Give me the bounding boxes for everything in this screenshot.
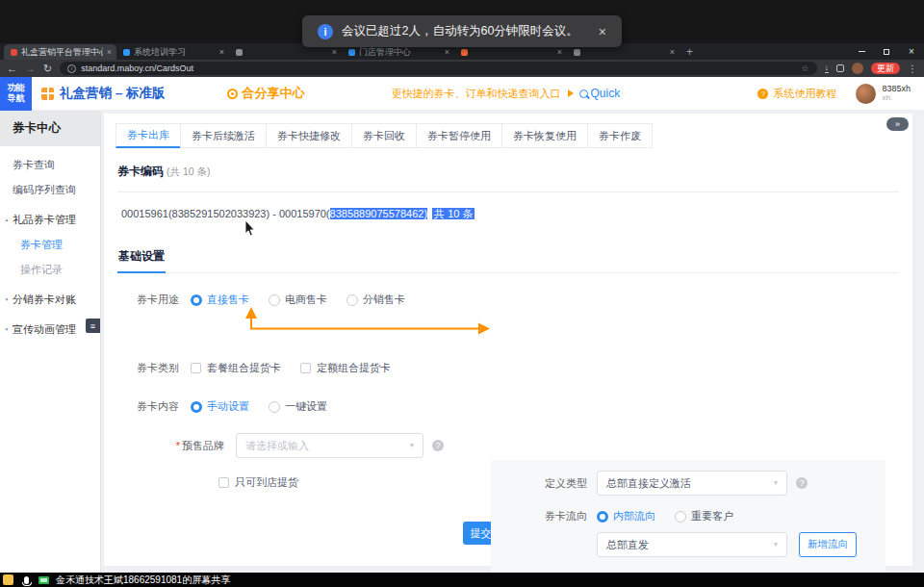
radio-onekey-setup[interactable]: 一键设置 — [269, 399, 327, 414]
quick-link[interactable]: Quick — [591, 87, 621, 100]
sidebar-item-code-seq[interactable]: 编码序列查询 — [0, 177, 100, 202]
required-star: * — [176, 440, 180, 451]
code-plain: 00015961(8385291502033923) - 00015970( — [121, 208, 330, 219]
select-define-type[interactable]: 总部直接定义激活 ▼ — [597, 471, 787, 496]
extensions-icon[interactable] — [836, 64, 844, 72]
tab-card-void[interactable]: 券卡作废 — [587, 123, 653, 148]
sidebar-group-distribution[interactable]: ▼ 分销券卡对账 — [0, 287, 100, 312]
app-header: 功能 导航 礼盒营销 – 标准版 合分享中心 更快捷的券卡、订单和快递查询入口 … — [0, 77, 924, 111]
screen-share-text: 金禾通技术王斌18662591081的屏幕共享 — [56, 574, 230, 587]
flow-select-row: 总部直发 ▼ 新增流向 — [499, 532, 886, 557]
category-row: 券卡类别 套餐组合提货卡 定额组合提货卡 — [123, 361, 912, 375]
select-value: 总部直发 — [606, 538, 649, 552]
user-avatar[interactable] — [856, 84, 876, 104]
site-info-icon[interactable]: i — [67, 64, 76, 73]
giftbox-icon — [41, 88, 54, 100]
sidebar: 券卡中心 券卡查询 编码序列查询 ▲ 礼品券卡管理 券卡管理 操作记录 — [0, 111, 101, 573]
microphone-icon — [24, 576, 29, 584]
caret-down-icon: ▼ — [5, 327, 10, 332]
content-card: » 券卡出库 券卡后续激活 券卡快捷修改 券卡回收 券卡暂停使用 券卡恢复使用 … — [104, 114, 912, 566]
tab-card-activate[interactable]: 券卡后续激活 — [180, 123, 267, 148]
radio-vip-customer[interactable]: 重要客户 — [675, 509, 733, 523]
function-nav-button[interactable]: 功能 导航 — [0, 77, 32, 111]
share-center-icon — [227, 89, 238, 99]
select-presale-brand[interactable]: 请选择或输入 ▼ — [236, 433, 424, 458]
radio-label: 直接售卡 — [207, 293, 249, 307]
checkbox-store-pickup-only[interactable]: 只可到店提货 — [218, 475, 298, 490]
tab-close-icon[interactable]: × — [219, 48, 224, 57]
forward-button[interactable]: → — [25, 64, 36, 74]
share-center-link[interactable]: 合分享中心 — [227, 85, 305, 102]
tab-card-resume[interactable]: 券卡恢复使用 — [501, 123, 588, 148]
sidebar-item-card-query[interactable]: 券卡查询 — [0, 152, 100, 177]
checkbox-box — [218, 477, 229, 488]
deftype-help-icon[interactable]: ? — [796, 477, 808, 489]
tab-card-modify[interactable]: 券卡快捷修改 — [266, 123, 352, 148]
radio-manual-setup[interactable]: 手动设置 — [191, 399, 249, 414]
download-icon[interactable]: ↓ — [825, 64, 830, 73]
tab-close-icon[interactable]: × — [557, 48, 562, 57]
radio-dot — [675, 511, 686, 523]
sidebar-collapse-handle[interactable]: ≡ — [86, 319, 100, 333]
search-icon[interactable] — [579, 89, 588, 98]
toast-close-icon[interactable]: × — [599, 24, 606, 39]
brand-row: *预售品牌 请选择或输入 ▼ ? — [123, 433, 912, 458]
brand-help-icon[interactable]: ? — [432, 440, 444, 451]
window-maximize-button[interactable] — [874, 43, 899, 60]
brand-title: 礼盒营销 – 标准版 — [60, 85, 166, 102]
radio-ecommerce-sale[interactable]: 电商售卡 — [269, 293, 327, 307]
meeting-toast: i 会议已超过2人，自动转为60分钟限时会议。 × — [302, 15, 622, 47]
select-flow-direction[interactable]: 总部直发 ▼ — [597, 532, 787, 557]
user-info: 8385xh xh. — [882, 84, 911, 103]
workarea: 券卡中心 券卡查询 编码序列查询 ▲ 礼品券卡管理 券卡管理 操作记录 — [0, 111, 924, 573]
caret-up-icon: ▲ — [5, 217, 10, 222]
collapse-tabs-button[interactable]: » — [886, 117, 909, 131]
flow-settings-panel: 定义类型 总部直接定义激活 ▼ ? 券卡流向 内部流向 — [491, 460, 886, 587]
tab-close-icon[interactable]: × — [332, 48, 337, 57]
checkbox-label: 只可到店提货 — [235, 475, 298, 490]
new-tab-button[interactable]: + — [686, 46, 693, 58]
sidebar-item-card-manage[interactable]: 券卡管理 — [0, 232, 100, 257]
reload-button[interactable]: ↻ — [43, 64, 52, 74]
browser-profile-avatar[interactable] — [852, 63, 863, 74]
tab-card-outbound[interactable]: 券卡出库 — [116, 123, 181, 148]
checkbox-fixed-combo[interactable]: 定额组合提货卡 — [300, 361, 391, 375]
sidebar-item-op-log[interactable]: 操作记录 — [0, 257, 100, 282]
radio-dot — [346, 294, 358, 306]
code-count-badge: 共 10 条 — [432, 208, 475, 219]
menu-kebab-icon[interactable]: ⋮ — [908, 64, 917, 74]
sidebar-item-label: 券卡查询 — [13, 158, 55, 172]
sidebar-group-label: 礼品券卡管理 — [13, 213, 76, 227]
checkbox-label: 套餐组合提货卡 — [207, 361, 281, 375]
tab-close-icon[interactable]: × — [670, 48, 675, 57]
tab-card-pause[interactable]: 券卡暂停使用 — [416, 123, 502, 148]
checkbox-package-combo[interactable]: 套餐组合提货卡 — [191, 361, 281, 375]
sidebar-item-label: 编码序列查询 — [13, 183, 76, 197]
tab-close-icon[interactable]: × — [107, 48, 112, 57]
user-menu[interactable]: 8385xh xh. — [856, 84, 911, 104]
browser-tab-0[interactable]: 礼盒营销平台管理中心 × — [4, 44, 116, 60]
tab-favicon — [236, 49, 243, 56]
update-button[interactable]: 更新 — [871, 63, 900, 74]
sidebar-item-label: 操作记录 — [20, 263, 63, 277]
divider — [117, 191, 899, 192]
window-minimize-button[interactable] — [849, 43, 874, 60]
tutorial-link[interactable]: ? 系统使用教程 — [757, 87, 836, 101]
sidebar-group-gift-cards[interactable]: ▲ 礼品券卡管理 — [0, 207, 100, 232]
tutorial-label: 系统使用教程 — [773, 87, 836, 101]
usage-row: 券卡用途 直接售卡 电商售卡 分销售卡 — [123, 293, 912, 307]
url-bar[interactable]: i standard.maboy.cn/CardsOut ☆ — [60, 62, 816, 75]
radio-direct-sale[interactable]: 直接售卡 — [191, 293, 249, 307]
window-close-button[interactable]: × — [899, 43, 924, 60]
browser-tab-1[interactable]: 系统培训学习 × — [116, 44, 229, 60]
tab-close-icon[interactable]: × — [445, 48, 449, 57]
add-flow-button[interactable]: 新增流向 — [799, 532, 857, 557]
back-button[interactable]: ← — [7, 64, 17, 74]
radio-internal-flow[interactable]: 内部流向 — [597, 509, 655, 523]
radio-distribution-sale[interactable]: 分销售卡 — [346, 293, 405, 307]
brand: 礼盒营销 – 标准版 — [41, 85, 166, 102]
tab-card-recycle[interactable]: 券卡回收 — [351, 123, 417, 148]
flow-row: 券卡流向 内部流向 重要客户 — [499, 509, 886, 523]
pointer-icon — [568, 89, 574, 97]
bookmark-star-icon[interactable]: ☆ — [801, 64, 808, 73]
